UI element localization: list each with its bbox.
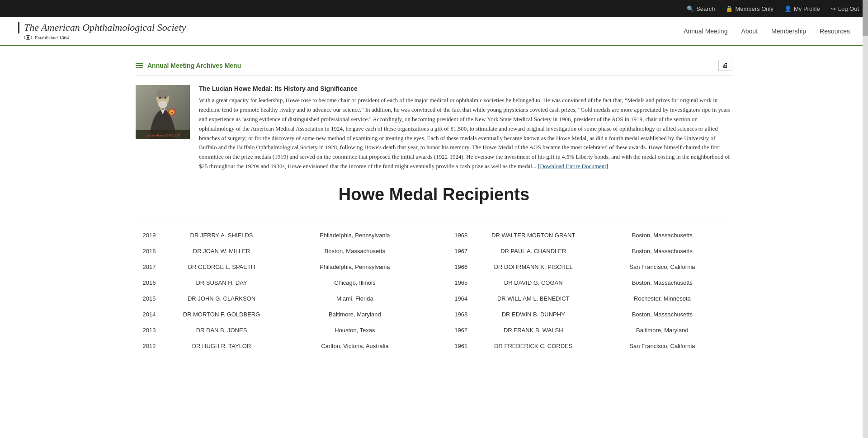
lock-icon: 🔒 (726, 5, 733, 12)
table-row: 2012 DR HUGH R. TAYLOR Carlton, Victoria… (136, 338, 732, 354)
svg-point-5 (156, 89, 169, 99)
main-content: Annual Meeting Archives Menu 🖨 (118, 46, 750, 376)
hamburger-line-2 (136, 65, 143, 66)
right-city: Boston, Massachusetts (592, 243, 732, 259)
table-row: 2019 DR JERRY A. SHIELDS Philadelphia, P… (136, 227, 732, 243)
search-icon: 🔍 (687, 5, 694, 12)
left-city: Philadelphia, Pennsylvania (280, 227, 429, 243)
right-name: DR FREDERICK C. CORDES (475, 338, 592, 354)
right-city: Boston, Massachusetts (592, 275, 732, 291)
table-row: 2015 DR JOHN G. CLARKSON Miami, Florida … (136, 291, 732, 306)
right-year: 1961 (448, 338, 475, 354)
left-name: DR MORTON F. GOLDBERG (163, 306, 280, 322)
svg-point-6 (159, 97, 161, 99)
hamburger-line-3 (136, 67, 143, 68)
right-name: DR DAVID G. COGAN (475, 275, 592, 291)
left-city: Boston, Massachusetts (280, 243, 429, 259)
table-row: 2018 DR JOAN W. MILLER Boston, Massachus… (136, 243, 732, 259)
left-city: Philadelphia, Pennsylvania (280, 259, 429, 275)
eye-logo-icon (24, 35, 32, 40)
nav-resources[interactable]: Resources (820, 28, 850, 35)
article-content: The Lucian Howe Medal: Its History and S… (199, 85, 732, 171)
article-title: The Lucian Howe Medal: Its History and S… (199, 85, 732, 92)
main-navigation: Annual Meeting About Membership Resource… (684, 28, 850, 35)
left-year: 2013 (136, 322, 163, 338)
medal-section: Howe Medal Recipients 2019 DR JERRY A. S… (136, 185, 732, 354)
logout-icon: ↪ (831, 5, 836, 12)
menu-bar-left: Annual Meeting Archives Menu (136, 62, 241, 69)
left-year: 2015 (136, 291, 163, 306)
logo-area: The American Ophthalmological Society Es… (18, 22, 186, 40)
right-name: DR FRANK B. WALSH (475, 322, 592, 338)
my-profile-link[interactable]: 👤 My Profile (784, 5, 820, 12)
left-city: Baltimore, Maryland (280, 306, 429, 322)
download-link[interactable]: [Download Entire Document] (538, 163, 608, 170)
right-name: DR EDWIN B. DUNPHY (475, 306, 592, 322)
menu-bar: Annual Meeting Archives Menu 🖨 (136, 55, 732, 76)
right-name: DR WILLIAM L. BENEDICT (475, 291, 592, 306)
my-profile-label: My Profile (794, 5, 820, 12)
nav-annual-meeting[interactable]: Annual Meeting (684, 28, 727, 35)
right-city: San Francisco, California (592, 338, 732, 354)
left-name: DR SUSAN H. DAY (163, 275, 280, 291)
logo-subtitle: Established 1864 (18, 35, 186, 40)
left-year: 2019 (136, 227, 163, 243)
right-city: Baltimore, Maryland (592, 322, 732, 338)
scrollbar-thumb[interactable] (863, 0, 868, 36)
left-city: Houston, Texas (280, 322, 429, 338)
medal-section-title: Howe Medal Recipients (136, 185, 732, 204)
right-year: 1967 (448, 243, 475, 259)
svg-point-4 (158, 101, 167, 108)
members-only-link[interactable]: 🔒 Members Only (726, 5, 774, 12)
right-year: 1963 (448, 306, 475, 322)
members-only-label: Members Only (735, 5, 774, 12)
established-text: Established 1864 (35, 35, 69, 40)
left-name: DR JERRY A. SHIELDS (163, 227, 280, 243)
search-link[interactable]: 🔍 Search (687, 5, 715, 12)
left-name: DR JOHN G. CLARKSON (163, 291, 280, 306)
menu-bar-title: Annual Meeting Archives Menu (147, 62, 241, 69)
hamburger-menu-icon[interactable] (136, 63, 143, 68)
right-year: 1962 (448, 322, 475, 338)
left-name: DR DAN B. JONES (163, 322, 280, 338)
recipients-tbody: 2019 DR JERRY A. SHIELDS Philadelphia, P… (136, 227, 732, 354)
article-section: Lucian Howe 1848-1928 ★ The Lucian Howe … (136, 85, 732, 171)
user-icon: 👤 (784, 5, 792, 12)
svg-point-7 (165, 97, 166, 99)
right-city: San Francisco, California (592, 259, 732, 275)
right-year: 1965 (448, 275, 475, 291)
left-name: DR GEORGE L. SPAETH (163, 259, 280, 275)
left-city: Miami, Florida (280, 291, 429, 306)
medal-divider (136, 218, 732, 218)
left-city: Chicago, Illinois (280, 275, 429, 291)
article-image: Lucian Howe 1848-1928 ★ (136, 85, 190, 139)
table-row: 2014 DR MORTON F. GOLDBERG Baltimore, Ma… (136, 306, 732, 322)
left-name: DR JOAN W. MILLER (163, 243, 280, 259)
right-name: DR PAUL A. CHANDLER (475, 243, 592, 259)
left-year: 2018 (136, 243, 163, 259)
left-year: 2014 (136, 306, 163, 322)
left-city: Carlton, Victoria, Australia (280, 338, 429, 354)
left-year: 2016 (136, 275, 163, 291)
svg-text:Lucian Howe 1848-1928: Lucian Howe 1848-1928 (146, 134, 180, 137)
article-body: With a great capacity for leadership, Ho… (199, 96, 732, 171)
right-year: 1968 (448, 227, 475, 243)
recipients-table: 2019 DR JERRY A. SHIELDS Philadelphia, P… (136, 227, 732, 354)
right-name: DR WALTER MORTON GRANT (475, 227, 592, 243)
left-year: 2012 (136, 338, 163, 354)
log-out-label: Log Out (838, 5, 859, 12)
scrollbar[interactable] (863, 0, 868, 377)
right-year: 1966 (448, 259, 475, 275)
table-row: 2016 DR SUSAN H. DAY Chicago, Illinois 1… (136, 275, 732, 291)
nav-membership[interactable]: Membership (771, 28, 806, 35)
top-navigation-bar: 🔍 Search 🔒 Members Only 👤 My Profile ↪ L… (0, 0, 868, 17)
print-button[interactable]: 🖨 (718, 60, 732, 71)
right-year: 1964 (448, 291, 475, 306)
right-name: DR DOHRMANN K. PISCHEL (475, 259, 592, 275)
right-city: Boston, Massachusetts (592, 306, 732, 322)
right-city: Rochester, Minnesota (592, 291, 732, 306)
right-city: Boston, Massachusetts (592, 227, 732, 243)
svg-text:★: ★ (171, 111, 173, 114)
nav-about[interactable]: About (741, 28, 758, 35)
log-out-link[interactable]: ↪ Log Out (831, 5, 859, 12)
